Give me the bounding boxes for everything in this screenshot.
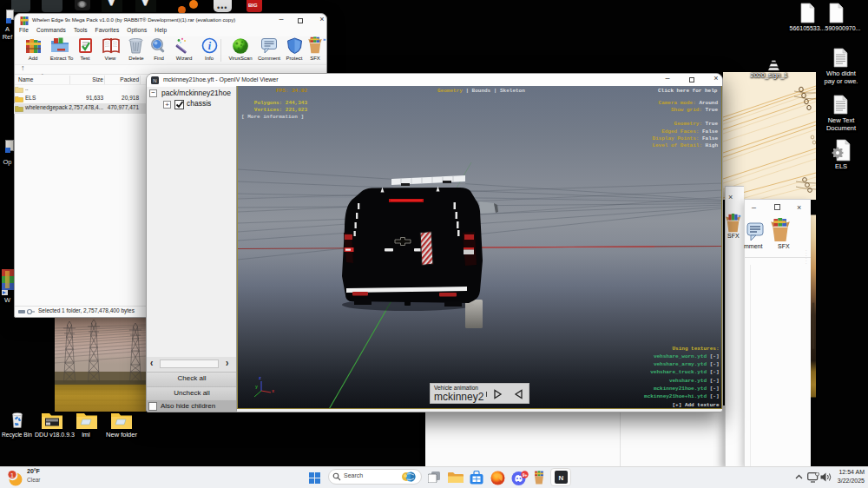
svg-text:y: y: [255, 385, 258, 390]
svg-text:z: z: [259, 376, 261, 381]
svg-text:N: N: [559, 474, 564, 482]
svg-text:1: 1: [10, 472, 14, 478]
svg-text:N: N: [153, 78, 156, 83]
svg-text:9+: 9+: [523, 472, 528, 478]
svg-text:x: x: [272, 389, 274, 394]
